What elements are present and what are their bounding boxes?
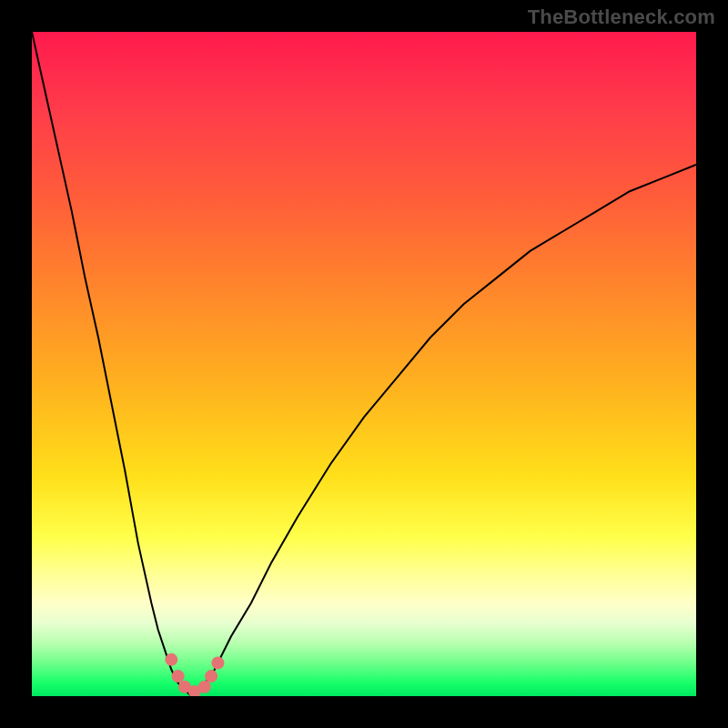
trough-marker	[165, 653, 177, 666]
trough-markers	[165, 653, 224, 696]
curve-right-branch	[191, 165, 696, 696]
trough-marker	[205, 670, 217, 682]
curve-left-branch	[32, 32, 191, 696]
curve-layer	[32, 32, 696, 696]
watermark-text: TheBottleneck.com	[528, 5, 715, 29]
trough-marker	[172, 670, 185, 682]
chart-frame: TheBottleneck.com	[0, 0, 728, 728]
trough-marker	[211, 657, 224, 670]
trough-marker	[198, 681, 211, 693]
plot-area	[32, 32, 696, 696]
